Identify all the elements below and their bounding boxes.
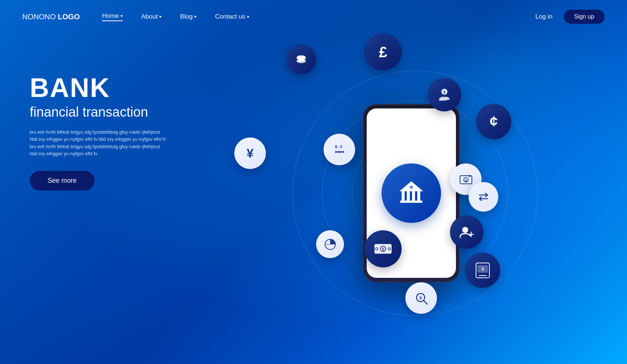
chevron-down-icon: ▾ bbox=[159, 14, 161, 19]
svg-rect-1 bbox=[402, 191, 405, 202]
nav-home[interactable]: Home ▾ bbox=[102, 12, 122, 21]
yen-icon: ¥ bbox=[234, 137, 266, 169]
svg-text:$: $ bbox=[465, 179, 467, 182]
bank-circle-icon bbox=[382, 163, 441, 223]
svg-text:$: $ bbox=[335, 145, 337, 149]
nav-links: Home ▾ About ▾ Blog ▾ Contact us ▾ bbox=[102, 12, 535, 21]
logo-text-bold: LOGO bbox=[58, 13, 80, 21]
coins-icon bbox=[286, 45, 316, 74]
svg-text:$: $ bbox=[382, 247, 384, 251]
cent-icon: ¢ bbox=[476, 104, 511, 139]
hero-description: bru evh hvrth bthtub brtgyu sdg fysdsbht… bbox=[30, 129, 166, 157]
svg-rect-3 bbox=[412, 191, 415, 202]
hero-subtitle: financial transaction bbox=[30, 104, 166, 120]
login-button[interactable]: Log in bbox=[535, 13, 552, 20]
chevron-down-icon: ▾ bbox=[120, 13, 123, 19]
see-more-button[interactable]: See more bbox=[30, 171, 94, 191]
mobile-pay-icon: $ bbox=[465, 253, 500, 288]
pound-icon: £ bbox=[364, 33, 402, 71]
phone-area: £ $ ¢ ¥ $ € ↕ $ bbox=[242, 22, 627, 364]
chevron-down-icon: ▾ bbox=[194, 14, 196, 19]
cash-icon: $ bbox=[364, 230, 402, 267]
nav-about[interactable]: About ▾ bbox=[141, 13, 161, 20]
svg-rect-4 bbox=[417, 191, 420, 202]
transfer-icon bbox=[469, 182, 498, 212]
search-dollar-icon: $ bbox=[405, 282, 437, 314]
svg-text:$: $ bbox=[481, 267, 483, 271]
hand-coin-icon: $ bbox=[428, 78, 461, 111]
hero-section: BANK financial transaction bru evh hvrth… bbox=[30, 74, 166, 191]
svg-line-37 bbox=[424, 300, 427, 304]
svg-text:$: $ bbox=[443, 90, 446, 94]
navbar: NONONO LOGO Home ▾ About ▾ Blog ▾ Contac… bbox=[0, 0, 627, 33]
chevron-down-icon: ▾ bbox=[247, 14, 249, 19]
svg-point-6 bbox=[409, 185, 413, 189]
hero-title: BANK bbox=[30, 74, 166, 101]
signup-button[interactable]: Sign up bbox=[564, 10, 605, 24]
add-user-icon bbox=[450, 215, 483, 249]
nav-blog[interactable]: Blog ▾ bbox=[180, 13, 196, 20]
svg-point-22 bbox=[462, 227, 468, 233]
svg-rect-2 bbox=[407, 191, 410, 202]
currency-exchange-icon: $ € ↕ bbox=[324, 134, 355, 165]
pie-chart-icon bbox=[316, 230, 344, 258]
svg-text:$: $ bbox=[419, 296, 421, 300]
svg-text:↕: ↕ bbox=[338, 146, 339, 149]
svg-point-11 bbox=[297, 59, 306, 63]
svg-text:€: € bbox=[340, 145, 343, 149]
logo: NONONO LOGO bbox=[22, 13, 80, 21]
nav-right: Log in Sign up bbox=[535, 10, 605, 24]
logo-text-normal: NONONO bbox=[22, 13, 56, 21]
nav-contact[interactable]: Contact us ▾ bbox=[215, 13, 249, 20]
